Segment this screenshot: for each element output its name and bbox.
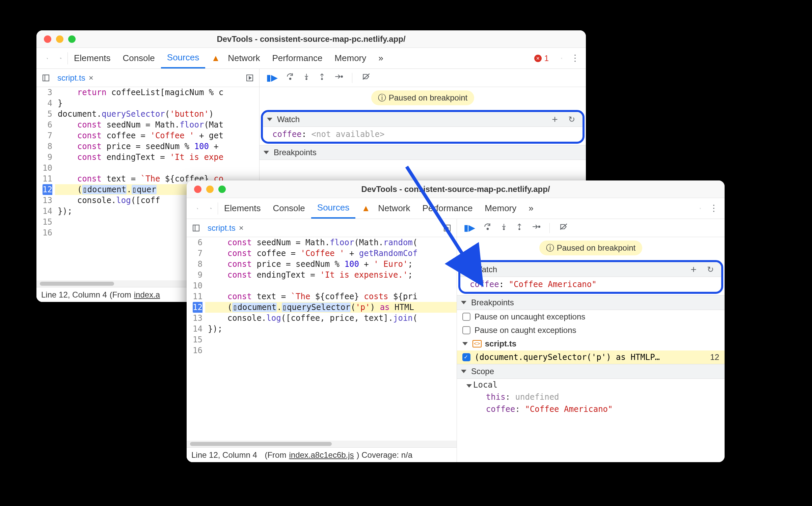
settings-icon[interactable] <box>555 48 568 68</box>
tab-performance[interactable]: Performance <box>416 198 479 219</box>
tab-sources[interactable]: Sources <box>161 48 205 68</box>
watch-header[interactable]: Watch + ↻ <box>460 262 721 277</box>
step-into-icon[interactable] <box>500 222 508 233</box>
horizontal-scrollbar[interactable] <box>187 441 457 447</box>
breakpoints-header[interactable]: Breakpoints <box>260 145 586 160</box>
tabs-overflow[interactable]: » <box>372 48 389 68</box>
add-watch-icon[interactable]: + <box>548 113 562 126</box>
svg-rect-20 <box>193 225 199 231</box>
paused-banner: ⓘPaused on breakpoint <box>457 237 725 259</box>
checkbox-icon[interactable] <box>462 326 470 334</box>
tab-network[interactable]: ▲ Network <box>355 198 416 219</box>
svg-point-26 <box>503 229 505 230</box>
checkbox-checked-icon[interactable] <box>462 353 470 361</box>
device-toolbar-icon[interactable] <box>54 48 67 68</box>
settings-icon[interactable] <box>694 198 707 219</box>
close-window-icon[interactable] <box>194 186 201 193</box>
info-icon: ⓘ <box>546 243 554 253</box>
svg-marker-7 <box>249 77 251 79</box>
paused-text: Paused on breakpoint <box>557 243 636 253</box>
minimize-window-icon[interactable] <box>206 186 214 193</box>
inspect-element-icon[interactable] <box>40 48 54 68</box>
open-file-tab[interactable]: script.ts× <box>203 223 248 233</box>
tab-network[interactable]: ▲ Network <box>205 48 266 68</box>
debugger-pane: ▮▶ ⓘPaused on breakpoint Watch + ↻ <box>457 219 725 462</box>
tab-elements[interactable]: Elements <box>68 48 116 68</box>
step-over-icon[interactable] <box>286 72 295 83</box>
step-icon[interactable] <box>334 72 343 83</box>
tab-console[interactable]: Console <box>116 48 161 68</box>
close-file-icon[interactable]: × <box>239 223 244 233</box>
error-icon <box>534 55 542 62</box>
maximize-window-icon[interactable] <box>218 186 226 193</box>
svg-rect-4 <box>43 75 49 81</box>
more-icon[interactable]: ⋮ <box>707 198 721 219</box>
breakpoints-header[interactable]: Breakpoints <box>457 295 725 310</box>
tab-memory[interactable]: Memory <box>479 198 522 219</box>
tab-performance[interactable]: Performance <box>266 48 329 68</box>
close-window-icon[interactable] <box>44 35 51 43</box>
close-file-icon[interactable]: × <box>89 73 93 83</box>
breakpoints-title: Breakpoints <box>274 148 317 157</box>
debugger-controls: ▮▶ <box>260 69 586 87</box>
maximize-window-icon[interactable] <box>68 35 76 43</box>
watch-entry[interactable]: coffee: "Coffee Americano" <box>460 277 721 292</box>
run-snippet-icon[interactable] <box>440 221 454 235</box>
run-snippet-icon[interactable] <box>243 71 256 85</box>
svg-point-28 <box>519 229 520 230</box>
pause-uncaught-option[interactable]: Pause on uncaught exceptions <box>457 310 725 324</box>
chevron-down-icon <box>462 342 468 345</box>
deactivate-breakpoints-icon[interactable] <box>559 222 569 233</box>
minimize-window-icon[interactable] <box>56 35 63 43</box>
tab-memory[interactable]: Memory <box>328 48 372 68</box>
code-editor[interactable]: 678910111213141516 const seedNum = Math.… <box>187 237 457 441</box>
main-split: script.ts× 678910111213141516 const seed… <box>187 219 725 462</box>
step-out-icon[interactable] <box>516 222 523 233</box>
chevron-down-icon <box>264 151 269 154</box>
step-out-icon[interactable] <box>318 72 326 83</box>
scope-title: Scope <box>471 367 494 376</box>
tab-sources[interactable]: Sources <box>311 198 355 219</box>
resume-icon[interactable]: ▮▶ <box>464 223 475 233</box>
traffic-lights <box>44 35 76 43</box>
more-icon[interactable]: ⋮ <box>568 48 582 68</box>
step-into-icon[interactable] <box>303 72 310 83</box>
scope-local[interactable]: Local <box>457 379 725 391</box>
warning-icon: ▲ <box>361 203 370 214</box>
svg-point-30 <box>539 226 540 227</box>
pause-caught-option[interactable]: Pause on caught exceptions <box>457 324 725 337</box>
watch-entry[interactable]: coffee: <not available> <box>263 127 583 142</box>
breakpoint-entry[interactable]: (document.querySelector('p') as HTMLP… 1… <box>457 350 725 364</box>
inspect-element-icon[interactable] <box>191 198 204 219</box>
checkbox-icon[interactable] <box>462 313 470 321</box>
debugger-controls: ▮▶ <box>457 219 725 237</box>
tab-elements[interactable]: Elements <box>218 198 267 219</box>
navigator-toggle-icon[interactable] <box>189 221 203 235</box>
add-watch-icon[interactable]: + <box>687 263 700 276</box>
error-count[interactable]: 1 <box>528 48 555 68</box>
tab-console[interactable]: Console <box>267 198 311 219</box>
tabs-overflow[interactable]: » <box>522 198 539 219</box>
scope-header[interactable]: Scope <box>457 364 725 379</box>
sourcemap-link[interactable]: index.a8c1ec6b.js <box>289 450 354 460</box>
scope-variable[interactable]: this: undefined <box>457 391 725 403</box>
refresh-watch-icon[interactable]: ↻ <box>565 113 578 126</box>
status-bar: Line 12, Column 4 (From index.a8c1ec6b.j… <box>187 447 457 462</box>
sourcemap-link[interactable]: index.a <box>134 290 160 300</box>
step-icon[interactable] <box>531 222 541 233</box>
deactivate-breakpoints-icon[interactable] <box>361 72 371 83</box>
titlebar: DevTools - consistent-source-map-pc.netl… <box>36 30 586 48</box>
panel-tabbar: Elements Console Sources ▲ Network Perfo… <box>187 198 725 219</box>
breakpoint-file[interactable]: <>script.ts <box>457 337 725 350</box>
editor-subbar: script.ts× <box>36 69 259 87</box>
resume-icon[interactable]: ▮▶ <box>266 73 278 83</box>
navigator-toggle-icon[interactable] <box>39 71 53 85</box>
scope-variable[interactable]: coffee: "Coffee Americano" <box>457 403 725 415</box>
watch-header[interactable]: Watch + ↻ <box>263 112 583 127</box>
step-over-icon[interactable] <box>483 222 492 233</box>
device-toolbar-icon[interactable] <box>204 198 218 219</box>
refresh-watch-icon[interactable]: ↻ <box>704 263 717 276</box>
svg-point-19 <box>700 208 701 208</box>
breakpoint-line-number: 12 <box>710 353 719 362</box>
open-file-tab[interactable]: script.ts× <box>53 73 98 83</box>
